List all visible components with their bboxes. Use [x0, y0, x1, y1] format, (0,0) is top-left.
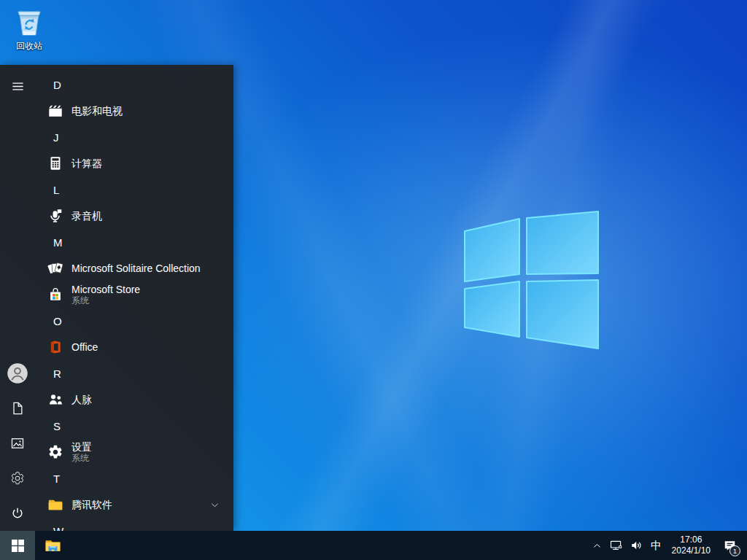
file-explorer-icon [44, 537, 62, 555]
app-list-section-O[interactable]: O [35, 308, 233, 334]
system-tray: 中 17:06 2024/1/10 1 [588, 531, 747, 560]
section-letter: S [53, 420, 61, 432]
pictures-icon [10, 436, 25, 451]
app-label: 设置 [71, 441, 92, 453]
people-icon [47, 391, 64, 408]
app-item-folder[interactable]: 腾讯软件 [35, 491, 233, 518]
store-icon [47, 286, 64, 303]
recycle-bin-desktop-icon[interactable]: 回收站 [9, 4, 50, 52]
clock-time: 17:06 [680, 534, 702, 545]
app-label: 录音机 [71, 210, 102, 222]
section-letter: W [53, 525, 63, 532]
section-letter: R [53, 368, 61, 380]
rail-button-documents[interactable] [0, 391, 35, 426]
tray-overflow-button[interactable] [588, 531, 606, 560]
app-list-section-L[interactable]: L [35, 176, 233, 203]
app-label: 人脉 [71, 394, 92, 405]
app-list-section-R[interactable]: R [35, 360, 233, 386]
start-menu-rail [0, 65, 35, 531]
app-label: Office [71, 341, 98, 353]
speaker-volume-icon [630, 539, 643, 552]
folder-icon [47, 496, 64, 513]
volume-tray-button[interactable] [627, 531, 647, 560]
start-button[interactable] [0, 531, 35, 560]
app-list-section-W[interactable]: W [35, 518, 233, 531]
app-item-solitaire[interactable]: Microsoft Solitaire Collection [35, 255, 233, 281]
app-label: 计算器 [71, 158, 102, 169]
section-letter: T [53, 472, 60, 485]
taskbar: 中 17:06 2024/1/10 1 [0, 531, 747, 560]
rail-button-user-account[interactable] [0, 356, 35, 391]
rail-button-pictures[interactable] [0, 426, 35, 461]
taskbar-clock[interactable]: 17:06 2024/1/10 [666, 531, 716, 560]
app-item-store[interactable]: Microsoft Store系统 [35, 281, 233, 308]
start-menu-app-list: D电影和电视J计算器L录音机MMicrosoft Solitaire Colle… [35, 71, 233, 531]
app-label: Microsoft Solitaire Collection [71, 262, 201, 274]
app-list-section-J[interactable]: J [35, 124, 233, 150]
app-label: 电影和电视 [71, 105, 123, 117]
hamburger-icon [11, 79, 25, 93]
voice-recorder-icon [47, 207, 64, 225]
app-list-section-S[interactable]: S [35, 413, 233, 439]
network-tray-button[interactable] [606, 531, 627, 560]
notification-count-badge: 1 [729, 545, 740, 556]
app-item-voice-recorder[interactable]: 录音机 [35, 203, 233, 229]
desktop-screen: 回收站 D电影和电视J计算器L录音机MMicrosoft Solitaire C… [0, 0, 747, 560]
app-label: 腾讯软件 [71, 499, 112, 510]
section-letter: O [53, 315, 62, 327]
section-letter: L [53, 184, 59, 196]
rail-button-expand-menu[interactable] [0, 69, 35, 104]
action-center-button[interactable]: 1 [716, 531, 743, 560]
section-letter: M [53, 236, 63, 249]
recycle-bin-label: 回收站 [9, 40, 50, 52]
avatar-icon [7, 362, 28, 384]
app-item-office[interactable]: Office [35, 334, 233, 360]
gear-outline-icon [10, 471, 25, 486]
rail-button-settings[interactable] [0, 461, 35, 496]
app-list-section-T[interactable]: T [35, 465, 233, 491]
rail-button-power[interactable] [0, 496, 35, 531]
gear-filled-icon [47, 443, 64, 461]
office-icon [47, 338, 64, 356]
app-item-gear-filled[interactable]: 设置系统 [35, 439, 233, 465]
section-letter: J [53, 131, 59, 144]
app-list-section-M[interactable]: M [35, 229, 233, 255]
solitaire-icon [47, 260, 64, 277]
start-menu: D电影和电视J计算器L录音机MMicrosoft Solitaire Colle… [0, 65, 233, 531]
windows-logo-icon [12, 540, 24, 552]
app-item-calculator[interactable]: 计算器 [35, 150, 233, 176]
movies-tv-icon [47, 102, 64, 120]
calculator-icon [47, 155, 64, 172]
power-icon [10, 506, 25, 521]
app-list-section-D[interactable]: D [35, 71, 233, 98]
ethernet-network-icon [610, 539, 623, 552]
windows-logo-wallpaper [460, 207, 603, 353]
app-item-movies-tv[interactable]: 电影和电视 [35, 98, 233, 124]
taskbar-button-file-explorer[interactable] [35, 531, 70, 560]
chevron-up-icon [592, 540, 603, 551]
ime-language-indicator[interactable]: 中 [647, 531, 666, 560]
section-letter: D [53, 79, 61, 91]
app-sublabel: 系统 [71, 295, 140, 306]
clock-date: 2024/1/10 [672, 545, 711, 556]
chevron-down-icon[interactable] [209, 499, 220, 510]
app-sublabel: 系统 [71, 453, 92, 463]
recycle-bin-icon [9, 4, 50, 39]
app-label: Microsoft Store [71, 284, 140, 295]
document-icon [10, 401, 25, 416]
app-item-people[interactable]: 人脉 [35, 386, 233, 413]
